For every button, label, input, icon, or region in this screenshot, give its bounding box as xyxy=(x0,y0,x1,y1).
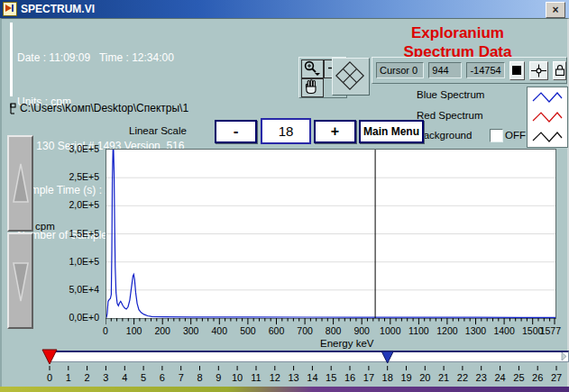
x-tick-label: 600 xyxy=(269,325,285,336)
spectrum-plot-svg xyxy=(106,150,555,318)
x-axis-title: Energy keV xyxy=(320,338,373,349)
magnifier-icon xyxy=(302,60,321,76)
down-triangle-icon xyxy=(12,254,30,308)
slider-tick-label: 10 xyxy=(232,372,243,383)
slider-tick-label: 13 xyxy=(288,372,298,383)
cursor-y: -14754 xyxy=(470,65,500,76)
slider-tick-label: 7 xyxy=(179,372,184,383)
blue-spectrum-style-icon[interactable] xyxy=(530,89,564,105)
slider-tick-label: 12 xyxy=(270,372,280,383)
linear-scale-label: Linear Scale xyxy=(129,125,187,136)
slider-tick-label: 23 xyxy=(476,372,487,383)
close-button[interactable]: × xyxy=(546,2,565,18)
slider-tick-label: 0 xyxy=(47,372,52,383)
x-tick-label: 1400 xyxy=(493,325,514,336)
slider-tick-label: 5 xyxy=(141,372,146,383)
spectrum-index-field[interactable]: 18 xyxy=(261,118,311,144)
hand-icon xyxy=(302,79,321,95)
slider-end-arrow-icon xyxy=(562,352,566,360)
cursor-position-button[interactable] xyxy=(529,61,548,80)
spectrum-plot-area[interactable] xyxy=(106,149,556,319)
x-tick-label: 1200 xyxy=(436,325,457,336)
x-axis-labels: 0100200300400500600700800900100011001200… xyxy=(106,325,569,338)
x-tick-label: 300 xyxy=(183,325,199,336)
path-type-icon xyxy=(9,103,17,114)
slider-tick-label: 4 xyxy=(122,372,127,383)
lock-icon xyxy=(555,64,565,77)
legend-background-label: Background xyxy=(417,130,472,141)
slider-tick-label: 24 xyxy=(494,372,505,383)
y-tick-label: 3,0E+5 xyxy=(69,143,99,154)
plus-label: + xyxy=(331,123,339,140)
red-spectrum-style-icon[interactable] xyxy=(530,109,564,125)
x-tick-label: 0 xyxy=(103,325,108,336)
cursor-x-field[interactable]: 944 xyxy=(428,62,462,78)
spectrum-vi-window: SPECTRUM.VI × Date : 11:09:09 Time : 12:… xyxy=(0,0,569,392)
y-tick-label: 1,0E+5 xyxy=(69,256,99,267)
x-tick-label: 500 xyxy=(240,325,256,336)
cursor-readout-panel: Cursor 0 944 -14754 xyxy=(372,57,567,84)
y-tick-label: 2,5E+5 xyxy=(69,171,99,182)
y-tick-label: 0,0E+0 xyxy=(69,312,99,323)
x-tick-label: 400 xyxy=(212,325,228,336)
slider-tick-label: 6 xyxy=(160,372,165,383)
slider-tick-label: 2 xyxy=(85,372,90,383)
y-tick-label: 1,5E+5 xyxy=(69,228,99,239)
vi-icon-glyph xyxy=(4,3,14,14)
background-off-checkbox[interactable] xyxy=(490,129,503,142)
decrement-button[interactable]: - xyxy=(215,120,257,143)
slider-tick-label: 8 xyxy=(197,372,202,383)
x-tick-label: 1577 xyxy=(540,325,561,336)
title-bar[interactable]: SPECTRUM.VI × xyxy=(0,0,569,18)
slider-tick-label: 3 xyxy=(103,372,108,383)
cursor-name: Cursor 0 xyxy=(380,65,418,76)
main-menu-label: Main Menu xyxy=(363,125,419,138)
background-style-icon[interactable] xyxy=(530,129,564,145)
red-slider-marker[interactable] xyxy=(42,350,57,364)
slider-tick-label: 9 xyxy=(216,372,221,383)
crosshair-circle-icon xyxy=(530,64,547,77)
cursor-name-field[interactable]: Cursor 0 xyxy=(376,62,424,78)
cursor-movement-button[interactable] xyxy=(332,58,370,96)
legend-red-label: Red Spectrum xyxy=(417,110,483,121)
slider-tick-label: 17 xyxy=(363,372,374,383)
x-tick-label: 1100 xyxy=(408,325,429,336)
x-tick-label: 800 xyxy=(326,325,342,336)
zoom-tool-button[interactable] xyxy=(301,59,324,78)
cursor-x: 944 xyxy=(432,65,448,76)
cursor-lock-button[interactable] xyxy=(553,61,566,80)
x-tick-label: 200 xyxy=(154,325,170,336)
slider-tick-label: 15 xyxy=(326,372,336,383)
main-menu-button[interactable]: Main Menu xyxy=(359,120,424,143)
slider-overlay xyxy=(41,349,569,390)
up-triangle-icon xyxy=(12,157,30,211)
slider-tick-label: 11 xyxy=(251,372,261,383)
y-tick-label: 2,0E+5 xyxy=(69,199,99,210)
slider-tick-label: 14 xyxy=(307,372,317,383)
file-path-text: C:\Users\Комп\Desktop\Спектры\1 xyxy=(20,102,188,114)
x-tick-label: 900 xyxy=(353,325,370,336)
slider-tick-label: 19 xyxy=(400,372,411,383)
blue-slider-marker[interactable] xyxy=(381,351,393,363)
increment-button[interactable]: + xyxy=(314,120,356,143)
energy-range-slider: 0123456789101112131415161718192021222324… xyxy=(41,349,569,390)
cursor-y-field[interactable]: -14754 xyxy=(466,62,504,78)
x-tick-label: 1000 xyxy=(380,325,400,336)
cursor-style-button[interactable] xyxy=(509,61,525,80)
slider-tick-label: 26 xyxy=(532,372,543,383)
slider-tick-label: 16 xyxy=(344,372,355,383)
brand-line1: Exploranium xyxy=(374,23,541,42)
pan-tool-button[interactable] xyxy=(301,78,324,97)
slider-tick-label: 18 xyxy=(382,372,393,383)
close-icon: × xyxy=(552,5,558,15)
diamond-icon xyxy=(333,59,367,93)
file-path-control[interactable]: C:\Users\Комп\Desktop\Спектры\1 xyxy=(9,102,188,114)
brand-title: Exploranium Spectrum Data xyxy=(374,23,541,61)
scale-up-button[interactable] xyxy=(7,135,33,232)
y-tick-label: 5,0E+4 xyxy=(69,284,99,295)
scale-down-button[interactable] xyxy=(7,232,33,329)
background-off-label: OFF xyxy=(505,130,526,141)
slider-tick-label: 20 xyxy=(419,372,430,383)
labview-vi-icon xyxy=(3,2,17,16)
legend-blue-label: Blue Spectrum xyxy=(417,89,484,100)
